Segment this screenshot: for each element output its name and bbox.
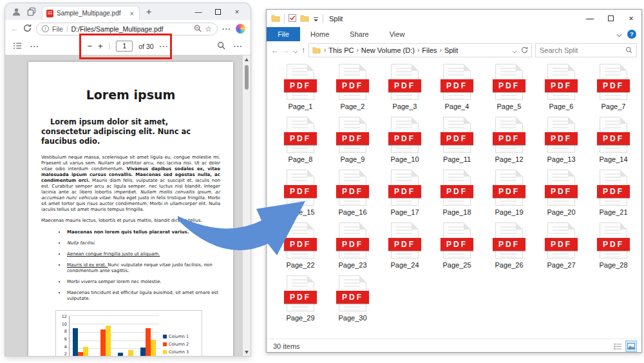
scroll-down-icon[interactable]: [243, 348, 251, 356]
new-folder-icon[interactable]: [300, 13, 309, 25]
file-item[interactable]: PDF Page_9: [327, 117, 379, 163]
browser-tab[interactable]: Sample_Multipage.pdf ×: [42, 6, 140, 20]
scroll-up-icon[interactable]: [243, 55, 251, 63]
workspaces-icon[interactable]: [27, 7, 36, 16]
file-item[interactable]: PDF Page_25: [431, 222, 483, 269]
refresh-icon[interactable]: [23, 23, 32, 35]
help-icon[interactable]: ?: [627, 30, 636, 39]
pdf-badge: PDF: [545, 185, 578, 198]
file-item[interactable]: PDF Page_29: [274, 275, 327, 322]
favorite-star-icon[interactable]: ☆: [205, 25, 212, 34]
back-icon[interactable]: ←: [10, 24, 19, 34]
file-item[interactable]: PDF Page_20: [535, 170, 587, 216]
breadcrumb-segment[interactable]: New Volume (D:): [360, 46, 416, 54]
document-paragraph-2: Maecenas mauris lectus, lobortis et puru…: [41, 218, 220, 224]
file-item[interactable]: PDF Page_24: [379, 222, 431, 269]
file-item[interactable]: PDF Page_28: [587, 222, 639, 269]
chart-legend-item: Column 2: [163, 342, 199, 347]
copilot-icon[interactable]: [236, 24, 245, 34]
chart-gridline: [70, 324, 159, 324]
table-of-contents-icon[interactable]: [13, 41, 22, 52]
edge-minimize-button[interactable]: —: [189, 4, 208, 19]
ribbon-tab-view[interactable]: View: [379, 27, 415, 41]
file-item[interactable]: PDF Page_10: [379, 117, 431, 163]
new-tab-button[interactable]: +: [146, 6, 151, 17]
address-refresh-icon[interactable]: [521, 44, 528, 56]
chart-bar-group: [115, 316, 137, 356]
file-item[interactable]: PDF Page_26: [483, 222, 535, 269]
ribbon-collapse-chevron-icon[interactable]: [616, 28, 622, 40]
file-item[interactable]: PDF Page_11: [431, 117, 483, 163]
list-item: Morbi viverra semper lorem nec molestie.: [66, 279, 220, 285]
nav-forward-icon[interactable]: →: [282, 46, 290, 55]
search-box[interactable]: [535, 43, 637, 57]
browser-menu-icon[interactable]: ···: [222, 25, 231, 33]
nav-history-chevron-icon[interactable]: [293, 44, 298, 56]
file-item[interactable]: PDF Page_4: [431, 64, 483, 110]
breadcrumb-bar[interactable]: › This PC › New Volume (D:) › Files › Sp…: [308, 43, 532, 57]
search-input[interactable]: [540, 46, 623, 54]
pdf-badge: PDF: [336, 238, 369, 251]
explorer-maximize-button[interactable]: [600, 10, 621, 27]
page-fold-corner: [568, 117, 575, 124]
file-item[interactable]: PDF Page_1: [274, 64, 327, 110]
pdf-badge: PDF: [597, 238, 630, 251]
file-item[interactable]: PDF Page_30: [327, 275, 379, 322]
ribbon-tab-share[interactable]: Share: [339, 27, 379, 41]
zoom-out-icon[interactable]: [194, 23, 202, 35]
zoom-out-button[interactable]: −: [87, 41, 92, 51]
file-item[interactable]: PDF Page_17: [379, 170, 431, 216]
file-item[interactable]: PDF Page_8: [274, 117, 327, 163]
nav-up-icon[interactable]: ↑: [301, 46, 305, 55]
file-item[interactable]: PDF Page_14: [587, 117, 639, 163]
pdf-menu-icon[interactable]: ···: [234, 43, 243, 50]
pdf-file-icon: PDF: [391, 222, 419, 259]
ribbon-tab-home[interactable]: Home: [300, 27, 339, 41]
edge-close-button[interactable]: ×: [227, 4, 247, 19]
file-item[interactable]: PDF Page_16: [327, 170, 379, 216]
pdf-scrollbar[interactable]: [243, 55, 251, 356]
file-item[interactable]: PDF Page_5: [483, 64, 535, 110]
explorer-minimize-button[interactable]: —: [580, 10, 600, 27]
profile-icon[interactable]: [12, 7, 21, 17]
qat-dropdown-icon[interactable]: [313, 13, 319, 25]
file-item[interactable]: PDF Page_22: [274, 222, 327, 269]
details-view-icon[interactable]: [612, 340, 623, 352]
chart-y-tick: 12: [62, 314, 67, 319]
address-dropdown-chevron-icon[interactable]: [512, 44, 517, 56]
edge-maximize-button[interactable]: [208, 4, 227, 19]
zoom-in-button[interactable]: +: [98, 41, 103, 51]
file-item[interactable]: PDF Page_13: [535, 117, 587, 163]
pdf-badge: PDF: [545, 132, 578, 145]
file-item[interactable]: PDF Page_3: [379, 64, 431, 110]
scrollbar-thumb[interactable]: [245, 65, 249, 90]
pdf-file-icon: PDF: [391, 117, 419, 153]
properties-check-icon[interactable]: [289, 13, 296, 25]
file-item[interactable]: PDF Page_7: [587, 64, 639, 110]
file-item[interactable]: PDF Page_19: [483, 170, 535, 216]
file-item[interactable]: PDF Page_23: [327, 222, 379, 269]
page-number-input[interactable]: [116, 41, 133, 52]
page-options-icon[interactable]: ···: [160, 43, 169, 50]
breadcrumb-segment[interactable]: This PC: [327, 46, 355, 54]
address-bar[interactable]: i File | D:/Files/Sample_Multipage.pdf ☆: [36, 23, 218, 35]
tab-close-icon[interactable]: ×: [129, 10, 135, 17]
toolbar-more-icon[interactable]: ···: [30, 43, 39, 50]
file-item[interactable]: PDF Page_18: [431, 170, 483, 216]
info-icon[interactable]: i: [42, 25, 49, 32]
breadcrumb-segment[interactable]: Files: [421, 46, 438, 54]
explorer-close-button[interactable]: ×: [621, 10, 641, 27]
edge-pdf-window: Sample_Multipage.pdf × + — × ← i File | …: [5, 3, 251, 356]
file-item[interactable]: PDF Page_12: [483, 117, 535, 163]
file-item[interactable]: PDF Page_6: [535, 64, 587, 110]
file-item[interactable]: PDF Page_27: [535, 222, 587, 269]
search-document-icon[interactable]: [217, 41, 225, 52]
nav-back-icon[interactable]: ←: [271, 46, 279, 55]
file-item[interactable]: PDF Page_2: [327, 64, 379, 110]
file-item[interactable]: PDF Page_15: [274, 170, 327, 216]
breadcrumb-segment[interactable]: Split: [443, 46, 459, 54]
ribbon-tab-file[interactable]: File: [267, 27, 300, 41]
file-item[interactable]: PDF Page_21: [587, 170, 639, 216]
chart-y-tick: 2: [64, 351, 67, 356]
thumbnail-view-icon[interactable]: [625, 340, 637, 352]
